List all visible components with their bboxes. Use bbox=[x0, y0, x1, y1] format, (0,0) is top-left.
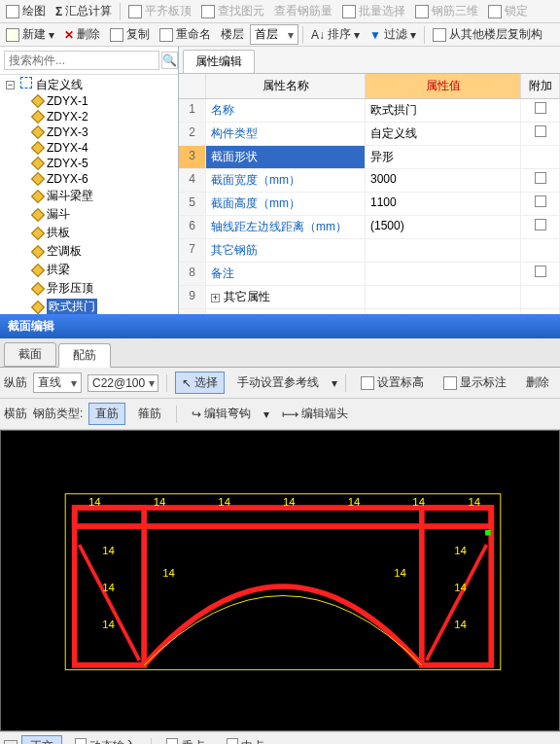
property-row[interactable]: 18+锚固搭接 bbox=[179, 309, 560, 314]
delete-button[interactable]: ✕删除 bbox=[60, 24, 104, 45]
property-row[interactable]: 8备注 bbox=[179, 263, 560, 286]
straight-button[interactable]: 直筋 bbox=[88, 403, 125, 425]
edit-hook-button[interactable]: ↪编辑弯钩 bbox=[185, 403, 258, 425]
vert-snap-toggle[interactable]: 垂点 bbox=[158, 735, 213, 744]
prop-value[interactable] bbox=[366, 309, 521, 314]
tree-item[interactable]: ZDYX-1 bbox=[33, 93, 176, 109]
property-row[interactable]: 4截面宽度（mm）3000 bbox=[179, 169, 560, 193]
prop-value[interactable]: 1100 bbox=[366, 193, 521, 215]
svg-text:14: 14 bbox=[454, 582, 467, 593]
header-value[interactable]: 属性值 bbox=[366, 74, 521, 98]
property-row[interactable]: 3截面形状异形 bbox=[179, 146, 560, 169]
dynamic-input-toggle[interactable]: 动态输入 bbox=[66, 735, 145, 744]
mid-snap-toggle[interactable]: 中点 bbox=[218, 735, 273, 744]
tab-property-edit[interactable]: 属性编辑 bbox=[183, 50, 255, 73]
prop-add[interactable] bbox=[521, 169, 560, 192]
search-button[interactable]: 🔍 bbox=[161, 52, 178, 69]
stirrup-button[interactable]: 箍筋 bbox=[131, 403, 168, 425]
tab-section[interactable]: 截面 bbox=[4, 342, 56, 367]
tree-item[interactable]: ZDYX-4 bbox=[33, 140, 176, 156]
delete-rebar-button[interactable]: 删除 bbox=[519, 372, 556, 394]
tree-item[interactable]: 空调板 bbox=[33, 242, 176, 261]
prop-value[interactable]: 异形 bbox=[366, 146, 521, 168]
tree-item[interactable]: ZDYX-3 bbox=[33, 124, 176, 140]
prop-add[interactable] bbox=[521, 216, 560, 238]
sort-button[interactable]: A↓排序 ▾ bbox=[307, 24, 364, 45]
copy-button[interactable]: 复制 bbox=[106, 24, 154, 45]
prop-value[interactable] bbox=[366, 286, 521, 308]
rebar-3d-button[interactable]: 钢筋三维 bbox=[411, 1, 482, 21]
tree-item[interactable]: 漏斗梁壁 bbox=[33, 187, 176, 205]
tree-item[interactable]: 拱板 bbox=[33, 224, 176, 242]
prop-value[interactable]: 自定义线 bbox=[366, 123, 521, 145]
prop-add[interactable] bbox=[521, 263, 560, 285]
tree-item[interactable]: ZDYX-2 bbox=[33, 109, 176, 124]
tree-item-label: 异形压顶 bbox=[47, 280, 93, 297]
filter-button[interactable]: ▼过滤 ▾ bbox=[366, 24, 420, 45]
svg-text:14: 14 bbox=[283, 496, 296, 508]
tree-item[interactable]: ZDYX-5 bbox=[33, 156, 176, 171]
prop-add[interactable] bbox=[521, 146, 560, 168]
rename-button[interactable]: 重命名 bbox=[156, 24, 215, 45]
tree-collapse-icon[interactable]: − bbox=[6, 81, 15, 89]
snap-icon[interactable] bbox=[4, 740, 18, 745]
manual-ref-button[interactable]: 手动设置参考线 bbox=[230, 372, 326, 394]
checkbox[interactable] bbox=[535, 195, 546, 207]
tree-item[interactable]: ZDYX-6 bbox=[33, 171, 176, 187]
lock-button[interactable]: 锁定 bbox=[484, 1, 532, 21]
line-type-dropdown[interactable]: 直线 bbox=[33, 372, 82, 393]
editor-title[interactable]: 截面编辑 bbox=[0, 314, 560, 338]
search-input[interactable] bbox=[4, 51, 159, 70]
prop-value[interactable] bbox=[366, 263, 521, 285]
svg-text:14: 14 bbox=[394, 567, 406, 579]
tree-item[interactable]: 欧式拱门 bbox=[33, 298, 176, 314]
sum-button[interactable]: Σ汇总计算 bbox=[52, 1, 116, 21]
section-canvas[interactable]: 141414 14141414 141414 141414 1414 ■ bbox=[0, 430, 560, 731]
show-mark-button[interactable]: 显示标注 bbox=[437, 372, 513, 394]
property-row[interactable]: 7其它钢筋 bbox=[179, 239, 560, 263]
edit-end-button[interactable]: ⟼编辑端头 bbox=[275, 403, 355, 425]
tree-item[interactable]: 异形压顶 bbox=[33, 279, 176, 298]
property-row[interactable]: 9+其它属性 bbox=[179, 286, 560, 309]
prop-value[interactable]: 3000 bbox=[366, 169, 521, 192]
find-elem-button[interactable]: 查找图元 bbox=[197, 1, 268, 21]
checkbox[interactable] bbox=[535, 172, 546, 184]
diamond-icon bbox=[31, 94, 45, 108]
tree-item[interactable]: 漏斗 bbox=[33, 205, 176, 224]
property-row[interactable]: 1名称欧式拱门 bbox=[179, 99, 560, 123]
expand-icon[interactable]: + bbox=[211, 294, 220, 302]
prop-value[interactable] bbox=[366, 239, 521, 262]
set-mark-button[interactable]: 设置标高 bbox=[354, 372, 431, 394]
new-button[interactable]: 新建 ▾ bbox=[2, 24, 58, 45]
prop-add[interactable] bbox=[521, 193, 560, 215]
checkbox[interactable] bbox=[535, 125, 546, 137]
prop-add[interactable] bbox=[521, 99, 560, 122]
checkbox[interactable] bbox=[535, 266, 546, 277]
prop-add[interactable] bbox=[521, 123, 560, 145]
batch-select-button[interactable]: 批量选择 bbox=[338, 1, 409, 21]
tree-item[interactable]: 拱梁 bbox=[33, 261, 176, 279]
prop-add[interactable] bbox=[521, 286, 560, 308]
select-button[interactable]: ↖选择 bbox=[175, 372, 225, 394]
floor-dropdown[interactable]: 首层 bbox=[250, 24, 298, 45]
check-rebar-button[interactable]: 查看钢筋量 bbox=[270, 1, 336, 21]
prop-value[interactable]: (1500) bbox=[366, 216, 521, 238]
flat-button[interactable]: 平齐板顶 bbox=[124, 1, 195, 21]
copy-from-button[interactable]: 从其他楼层复制构 bbox=[429, 24, 546, 45]
component-tree[interactable]: − 自定义线 ZDYX-1ZDYX-2ZDYX-3ZDYX-4ZDYX-5ZDY… bbox=[0, 75, 178, 314]
draw-button[interactable]: 绘图 bbox=[2, 1, 50, 21]
property-row[interactable]: 2构件类型自定义线 bbox=[179, 123, 560, 146]
prop-add[interactable] bbox=[521, 239, 560, 262]
property-row[interactable]: 5截面高度（mm）1100 bbox=[179, 193, 560, 216]
checkbox[interactable] bbox=[535, 219, 546, 230]
tab-rebar[interactable]: 配筋 bbox=[58, 343, 111, 368]
diamond-icon bbox=[31, 190, 45, 203]
property-grid[interactable]: 1名称欧式拱门2构件类型自定义线3截面形状异形4截面宽度（mm）30005截面高… bbox=[179, 99, 560, 314]
checkbox[interactable] bbox=[535, 102, 546, 114]
rebar-spec-dropdown[interactable]: C22@100 bbox=[88, 374, 158, 392]
ortho-toggle[interactable]: 正交 bbox=[21, 735, 62, 744]
property-row[interactable]: 6轴线距左边线距离（mm）(1500) bbox=[179, 216, 560, 239]
tree-root-label[interactable]: 自定义线 bbox=[36, 78, 83, 91]
prop-value[interactable]: 欧式拱门 bbox=[366, 99, 521, 122]
prop-add[interactable] bbox=[521, 309, 560, 314]
